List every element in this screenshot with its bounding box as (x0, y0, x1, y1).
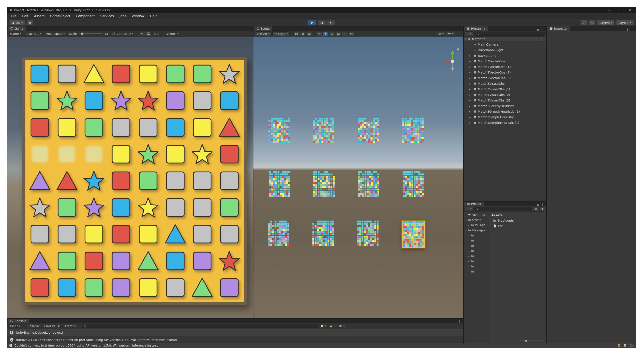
project-tree-item[interactable]: ▸ (464, 233, 489, 238)
board-piece[interactable] (162, 194, 189, 221)
board-piece[interactable] (134, 221, 162, 247)
minimize-button[interactable]: — (608, 8, 611, 12)
board-piece[interactable] (26, 61, 54, 87)
console-entry[interactable]: UnityEngine.DebugLog (object) (7, 329, 463, 336)
error-pause-button[interactable]: Error Pause (42, 324, 62, 328)
expand-arrow-icon[interactable]: ▸ (470, 82, 472, 85)
hierarchy-item[interactable]: Main Camera (464, 42, 546, 47)
view-tool-button[interactable] (316, 32, 322, 36)
board-piece[interactable] (26, 221, 54, 247)
search-by-type-button[interactable] (533, 207, 539, 211)
board-piece[interactable] (189, 168, 216, 194)
board-piece[interactable] (216, 141, 243, 168)
asset-zoom-slider[interactable] (520, 341, 544, 341)
board-piece[interactable] (54, 248, 80, 274)
board-piece[interactable] (108, 141, 134, 168)
expand-arrow-icon[interactable]: ▸ (470, 54, 472, 57)
assets-folder-label[interactable]: Assets (489, 213, 546, 218)
menu-component[interactable]: Component (74, 13, 97, 19)
board-piece[interactable] (216, 248, 243, 274)
board-piece[interactable] (108, 168, 134, 194)
board-piece[interactable] (108, 87, 134, 114)
scene-agent-board[interactable] (402, 118, 424, 143)
scene-agent-board[interactable] (358, 171, 380, 197)
board-piece[interactable] (54, 114, 80, 141)
game-view[interactable] (7, 36, 253, 318)
scene-agent-board[interactable] (269, 171, 290, 197)
scale-slider[interactable] (79, 33, 102, 34)
expand-arrow-icon[interactable]: ▸ (470, 66, 472, 68)
project-tree-item[interactable]: ▾Packages (464, 228, 489, 233)
console-search-input[interactable] (82, 324, 318, 328)
tab-console[interactable]: Console (8, 319, 29, 323)
panel-menu-icon[interactable]: ⋮ (456, 32, 462, 35)
cloud-services-button[interactable] (27, 20, 33, 25)
menu-jobs[interactable]: Jobs (117, 13, 129, 19)
board-piece[interactable] (108, 248, 134, 274)
project-tree-item[interactable]: ▸ (464, 259, 489, 264)
expand-arrow-icon[interactable]: ▾ (465, 219, 467, 221)
chevron-down-icon[interactable]: ▾ (457, 52, 458, 55)
expand-arrow-icon[interactable]: ▸ (468, 239, 470, 242)
board-piece[interactable] (189, 221, 216, 247)
board-piece[interactable] (54, 87, 80, 114)
menu-help[interactable]: Help (148, 13, 160, 19)
step-button[interactable] (327, 20, 336, 25)
scene-agent-board[interactable] (313, 171, 334, 197)
vsync-button[interactable] (146, 32, 151, 36)
expand-arrow-icon[interactable]: ▸ (468, 245, 470, 247)
favorite-search-button[interactable] (540, 207, 545, 211)
project-search-input[interactable] (474, 207, 532, 211)
scene-view[interactable]: ▾ (254, 36, 463, 318)
display-dropdown[interactable]: Display 1▾ (24, 32, 43, 36)
handle-rotation-dropdown[interactable]: Local▾ (272, 31, 290, 36)
grid-visibility-button[interactable] (294, 32, 299, 36)
project-tree-item[interactable]: ▸ (464, 238, 489, 243)
global-search-button[interactable] (589, 20, 596, 25)
board-piece[interactable] (26, 87, 54, 114)
board-piece[interactable] (26, 168, 54, 194)
info-count-badge[interactable]: 2 (319, 324, 328, 328)
project-tree-item[interactable]: ▸ML-Agents (464, 222, 489, 228)
render-doodads-dropdown[interactable]: ▾ (437, 32, 446, 36)
board-piece[interactable] (162, 168, 189, 194)
board-piece[interactable] (108, 194, 134, 221)
expand-arrow-icon[interactable]: ▸ (470, 71, 472, 74)
expand-arrow-icon[interactable]: ▸ (470, 105, 472, 108)
hierarchy-item[interactable]: ▸Match3GreedyHeuristic (464, 103, 546, 109)
scene-menu-icon[interactable]: ⋮ (538, 37, 545, 41)
panel-menu-icon[interactable]: ⋮ (456, 27, 463, 31)
play-focused-dropdown[interactable]: Play Focused▾ (110, 32, 135, 36)
menu-assets[interactable]: Assets (32, 13, 47, 19)
snap-settings-button[interactable] (300, 32, 306, 36)
board-piece[interactable] (80, 168, 108, 194)
project-tree-item[interactable]: ▾Assets (464, 217, 489, 222)
pause-button[interactable] (317, 20, 326, 25)
lock-icon[interactable] (626, 28, 629, 31)
board-piece[interactable] (134, 168, 162, 194)
hierarchy-item[interactable]: ▸Match3GreedyHeuristic (1) (464, 109, 546, 114)
project-tree-item[interactable]: ▸ (464, 269, 489, 274)
board-piece[interactable] (54, 168, 80, 194)
panel-menu-icon[interactable]: ⋮ (539, 202, 546, 206)
board-piece[interactable] (189, 114, 216, 141)
tab-project[interactable]: Project (464, 202, 484, 206)
aspect-dropdown[interactable]: Free Aspect▾ (44, 32, 66, 36)
project-tree-item[interactable]: ▸ (464, 243, 489, 248)
move-tool-button[interactable] (323, 32, 328, 36)
account-button[interactable]: XS ▾ (10, 20, 25, 25)
lock-icon[interactable] (536, 28, 539, 31)
board-piece[interactable] (80, 274, 108, 301)
expand-arrow-icon[interactable]: ▸ (465, 214, 467, 216)
board-piece[interactable] (189, 141, 216, 168)
board-piece[interactable] (54, 141, 80, 168)
scene-agent-board[interactable] (313, 118, 334, 143)
expand-arrow-icon[interactable]: ▸ (468, 234, 470, 237)
project-asset-item[interactable]: csc (489, 223, 546, 228)
menu-window[interactable]: Window (129, 13, 147, 19)
board-piece[interactable] (216, 87, 243, 114)
board-piece[interactable] (189, 274, 216, 301)
panel-menu-icon[interactable]: ⋮ (456, 320, 463, 323)
expand-arrow-icon[interactable]: ▾ (465, 229, 467, 231)
board-piece[interactable] (80, 141, 108, 168)
